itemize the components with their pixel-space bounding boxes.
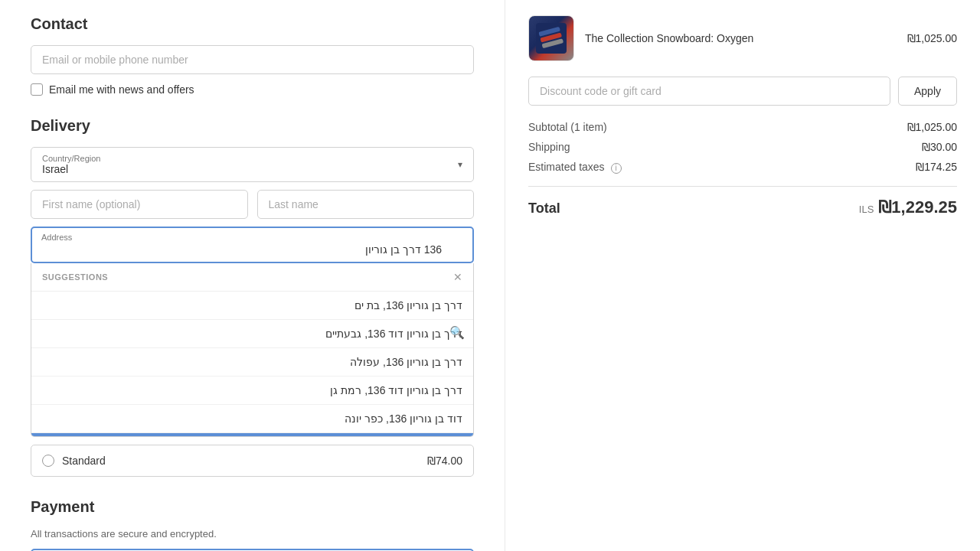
subtotal-value: ₪1,025.00: [907, 121, 958, 133]
order-summary: The Collection Snowboard: Oxygen ₪1,025.…: [505, 0, 980, 551]
country-field: Country/Region Israel ▾: [31, 147, 474, 182]
list-item[interactable]: דרך בן גוריון דוד 136, גבעתיים: [31, 320, 473, 348]
discount-row: Apply: [528, 77, 957, 106]
shipping-value: ₪30.00: [922, 141, 957, 153]
apply-button[interactable]: Apply: [898, 77, 957, 106]
address-section: Address 🔍 SUGGESTIONS ✕ דרך בן גוריון 13…: [31, 227, 474, 437]
payment-section: Payment All transactions are secure and …: [31, 498, 474, 551]
newsletter-label: Email me with news and offers: [49, 83, 194, 96]
discount-input[interactable]: [528, 77, 890, 106]
delivery-title: Delivery: [31, 117, 474, 135]
close-suggestions-button[interactable]: ✕: [453, 271, 462, 283]
list-item[interactable]: דרך בן גוריון דוד 136, רמת גן: [31, 377, 473, 405]
total-amount: ₪1,229.25: [878, 197, 957, 217]
cost-breakdown: Subtotal (1 item) ₪1,025.00 Shipping ₪30…: [528, 121, 957, 174]
suggestions-title: SUGGESTIONS: [42, 272, 108, 282]
payment-subtitle: All transactions are secure and encrypte…: [31, 528, 474, 540]
shipping-label: Shipping: [528, 141, 570, 153]
taxes-label: Estimated taxes i: [528, 161, 622, 174]
shipping-option-price: ₪74.00: [427, 455, 462, 467]
subtotal-label: Subtotal (1 item): [528, 121, 607, 133]
product-row: The Collection Snowboard: Oxygen ₪1,025.…: [528, 15, 957, 61]
shipping-row: Shipping ₪30.00: [528, 141, 957, 153]
total-row: Total ILS ₪1,229.25: [528, 186, 957, 217]
taxes-value: ₪174.25: [916, 161, 957, 174]
product-price: ₪1,025.00: [907, 32, 958, 44]
list-item[interactable]: דוד בן גוריון 136, כפר יונה: [31, 405, 473, 433]
suggestions-dropdown: SUGGESTIONS ✕ דרך בן גוריון 136, בת ים ד…: [31, 263, 474, 437]
product-image: [528, 15, 574, 61]
product-name: The Collection Snowboard: Oxygen: [585, 32, 897, 44]
taxes-row: Estimated taxes i ₪174.25: [528, 161, 957, 174]
address-field[interactable]: [31, 227, 474, 263]
list-item[interactable]: דרך בן גוריון 136, בת ים: [31, 292, 473, 320]
payment-title: Payment: [31, 498, 474, 516]
delivery-section: Delivery Country/Region Israel ▾ Address: [31, 117, 474, 477]
total-currency: ILS: [859, 204, 874, 215]
country-select[interactable]: Israel: [31, 148, 473, 181]
shipping-radio[interactable]: [42, 455, 54, 467]
first-name-field[interactable]: [31, 190, 248, 219]
shipping-option: Standard ₪74.00: [31, 445, 474, 477]
list-item[interactable]: דרך בן גוריון 136, עפולה: [31, 348, 473, 377]
last-name-field[interactable]: [257, 190, 475, 219]
shipping-option-label: Standard: [62, 455, 106, 467]
newsletter-checkbox[interactable]: [31, 83, 43, 96]
contact-title: Contact: [31, 15, 474, 33]
contact-section: Contact Email me with news and offers: [31, 15, 474, 96]
taxes-info-icon[interactable]: i: [611, 163, 622, 174]
total-label: Total: [528, 201, 560, 217]
subtotal-row: Subtotal (1 item) ₪1,025.00: [528, 121, 957, 133]
email-field[interactable]: [31, 45, 474, 74]
